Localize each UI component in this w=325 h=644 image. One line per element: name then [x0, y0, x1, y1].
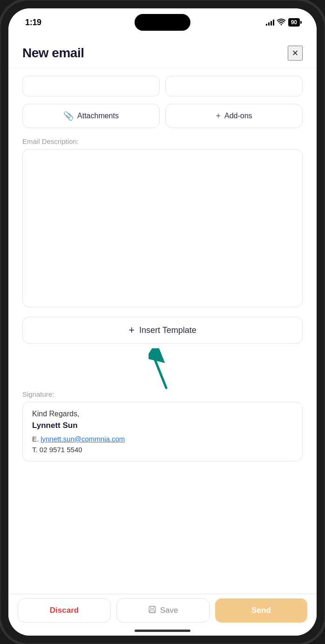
battery-icon: 90 [288, 18, 300, 27]
signature-box: Kind Regards, Lynnett Sun E. lynnett.sun… [22, 402, 303, 461]
content-area[interactable]: New email × 📎 Attachments + [8, 36, 317, 594]
signature-phone-row: T. 02 9571 5540 [32, 446, 293, 454]
dynamic-island [135, 14, 190, 31]
plus-circle-icon: + [216, 111, 221, 121]
home-indicator [135, 630, 190, 632]
status-time: 1:19 [25, 18, 41, 27]
paperclip-icon: 📎 [63, 111, 74, 121]
status-icons: 90 [266, 18, 300, 27]
signature-label: Signature: [22, 390, 303, 398]
send-button[interactable]: Send [215, 598, 307, 623]
signature-phone: 02 9571 5540 [40, 446, 82, 454]
insert-template-button[interactable]: + Insert Template [22, 317, 303, 344]
page-title: New email [22, 46, 84, 61]
wifi-icon [277, 19, 285, 27]
email-header: New email × [8, 36, 317, 68]
signature-section: Signature: Kind Regards, Lynnett Sun E. … [22, 390, 303, 461]
svg-rect-4 [150, 610, 155, 612]
plus-icon: + [129, 324, 135, 336]
svg-line-1 [153, 355, 166, 388]
status-bar: 1:19 90 [8, 8, 317, 36]
save-icon [148, 605, 156, 616]
signature-name: Lynnett Sun [32, 421, 293, 430]
phone-frame: 1:19 90 [0, 0, 325, 644]
description-label: Email Description: [22, 137, 303, 145]
insert-template-label: Insert Template [139, 325, 196, 335]
addons-button[interactable]: + Add-ons [165, 104, 303, 128]
close-button[interactable]: × [288, 46, 303, 61]
email-prefix: E. [32, 435, 39, 443]
partial-field-left[interactable] [22, 76, 160, 96]
phone-prefix: T. [32, 446, 38, 454]
partial-fields-row [22, 76, 303, 96]
signal-icon [266, 19, 274, 26]
attachments-label: Attachments [77, 112, 119, 120]
teal-arrow-icon [149, 348, 176, 390]
description-input[interactable] [22, 149, 303, 307]
signature-email-row: E. lynnett.sun@commnia.com [32, 435, 293, 443]
attachments-button[interactable]: 📎 Attachments [22, 104, 160, 128]
arrow-pointer [22, 348, 303, 386]
signature-regards: Kind Regards, [32, 410, 293, 418]
save-label: Save [160, 606, 178, 615]
save-button[interactable]: Save [116, 598, 210, 623]
discard-button[interactable]: Discard [18, 598, 111, 623]
addons-label: Add-ons [224, 112, 252, 120]
svg-rect-3 [150, 606, 154, 609]
phone-screen: 1:19 90 [8, 8, 317, 636]
partial-field-right[interactable] [165, 76, 303, 96]
signature-email-link[interactable]: lynnett.sun@commnia.com [41, 435, 125, 443]
action-buttons-row: 📎 Attachments + Add-ons [22, 104, 303, 128]
email-form: 📎 Attachments + Add-ons Email Descriptio… [8, 68, 317, 469]
